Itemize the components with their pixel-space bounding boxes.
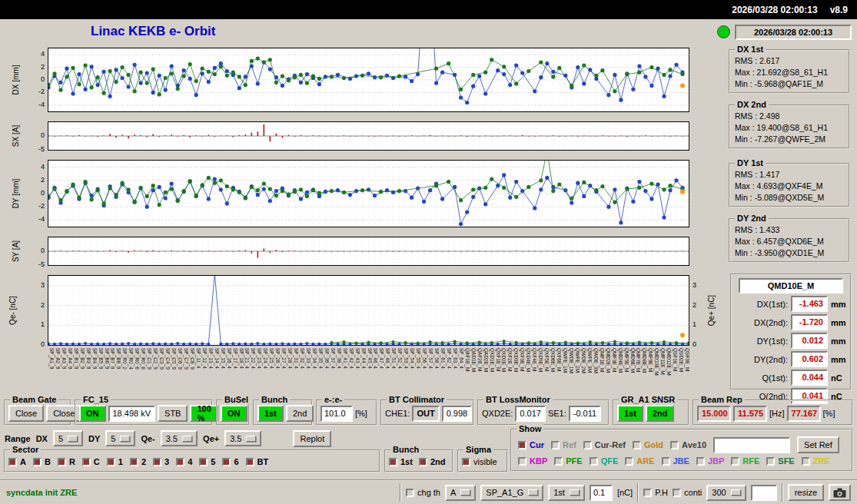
checkbox-indicator [389,458,397,466]
show-kbp-checkbox[interactable]: KBP [518,456,547,466]
x-axis-label: QMD6E_M [629,348,635,393]
show-qfe-checkbox[interactable]: QFE [590,456,619,466]
y-tick-label: -2 [28,202,45,211]
sector-2-checkbox[interactable]: 2 [130,457,146,466]
count-input[interactable] [751,485,777,501]
show-cur-ref-checkbox[interactable]: Cur-Ref [583,440,626,449]
x-axis-label: QXD5E_M [536,348,543,393]
x-axis-label: SP_C1_9 [145,348,151,393]
sector-5-checkbox[interactable]: 5 [199,457,215,466]
snapshot-camera-button[interactable] [829,484,851,501]
ref-name-input[interactable] [713,437,790,453]
status-led-icon [717,25,730,38]
show-jbp-checkbox[interactable]: JBP [696,456,724,466]
monitor-row-unit: mm [831,355,846,364]
show-rfe-checkbox[interactable]: RFE [731,456,759,466]
checkbox-indicator [419,458,427,466]
checkbox-indicator [802,457,810,466]
x-axis-label: QWDE_3M [592,348,598,393]
x-axis-label: SP_B2_9 [78,348,85,393]
range-qem-select[interactable]: 3.5 [161,430,198,446]
threshold-input[interactable] [590,485,613,501]
sector-6-checkbox[interactable]: 6 [222,457,238,466]
sector-a-checkbox[interactable]: A [8,457,26,466]
replot-button[interactable]: Replot [293,430,331,447]
set-ref-button[interactable]: Set Ref [797,436,839,453]
show-zre-checkbox[interactable]: ZRE [802,456,830,466]
x-axis-label: QSD2E_M [677,348,683,393]
dy-orbit-plot: 420-2-4 [48,160,689,227]
chg-th-checkbox[interactable]: chg th [406,488,440,497]
checkbox-indicator [199,458,208,466]
resize-button[interactable]: resize [788,484,824,501]
beam-gate-group: Beam Gate Close Close [4,400,71,426]
x-axis-label: SP_B3_9 [85,348,91,393]
x-axis-label: QXD4E_M [524,348,530,393]
sector-bt-checkbox[interactable]: BT [246,457,269,466]
sector-b-checkbox[interactable]: B [33,457,51,466]
checkbox-label: JBE [673,456,689,466]
show-ave10-checkbox[interactable]: Ave10 [670,440,706,449]
bpm-monitor-panel: QMD10E_M DX(1st): -1.463 mm DX(2nd): -1.… [730,274,852,390]
ee-ratio-input[interactable] [321,406,353,422]
x-axis-label: SP_36_4 [323,348,329,393]
conti-checkbox[interactable]: conti [673,488,702,497]
bunch-1st-checkbox[interactable]: 1st [389,457,413,466]
bunch-1st-button[interactable]: 1st [257,405,284,422]
beam-gate-close-button-1[interactable]: Close [8,405,44,422]
x-axis-label: SP_45_4 [366,348,372,393]
x-axis-label: SP_44_4 [360,348,366,393]
che1-status: OUT [412,406,439,422]
fc15-on-button[interactable]: ON [79,405,106,422]
sector-select-value: A [450,488,456,497]
x-axis-label: SP_62_4 [445,348,451,393]
range-dx-select[interactable]: 5 [53,430,83,446]
sigma-visible-checkbox[interactable]: visible [462,457,497,466]
range-qep-select[interactable]: 3.5 [224,430,261,446]
sigma-label: Sigma [463,445,493,454]
bpm-select[interactable]: SP_A1_G [480,485,543,501]
y-tick-label: -2 [28,88,45,96]
show-sfe-checkbox[interactable]: SFE [766,456,794,466]
x-axis-label: SP_56_4 [420,348,427,393]
show-ref-checkbox[interactable]: Ref [551,440,576,449]
bunch-2nd-button[interactable]: 2nd [286,405,314,422]
stat-min: Min : -5.089@QXD5E_M [735,192,845,204]
show-are-checkbox[interactable]: ARE [625,456,654,466]
checkbox-indicator [8,458,17,466]
count-select[interactable]: 300 [706,485,746,501]
x-axis-label: SP_53_4 [402,348,408,393]
q-plot-canvas [48,275,689,346]
bunch-2nd-checkbox[interactable]: 2nd [419,457,446,466]
gr-snsr-2nd-button[interactable]: 2nd [646,405,675,422]
sector-r-checkbox[interactable]: R [58,457,75,466]
sector-select[interactable]: A [445,485,476,501]
checkbox-indicator [246,458,254,466]
fc15-stb-button[interactable]: STB [158,405,188,422]
x-axis-label: SP_43_4 [354,348,360,393]
sector-c-checkbox[interactable]: C [82,457,100,466]
separator [782,483,783,502]
range-qep-value: 3.5 [230,434,241,443]
show-pfe-checkbox[interactable]: PFE [554,456,582,466]
busel-on-button[interactable]: ON [221,405,247,422]
range-qep-label: Qe+ [203,434,219,443]
window-titlebar: 2026/03/28 02:00:13 v8.9 [0,0,857,19]
checkbox-indicator [696,457,705,466]
show-jbe-checkbox[interactable]: JBE [662,456,689,466]
monitor-row-unit: nC [831,373,846,383]
ph-checkbox[interactable]: P.H [643,488,668,497]
x-axis-label: QMD4E_M [616,348,623,393]
sector-4-checkbox[interactable]: 4 [176,457,192,466]
bunch-select-label: Bunch [259,395,290,404]
show-cur-checkbox[interactable]: Cur [518,440,544,449]
show-gold-checkbox[interactable]: Gold [633,440,663,449]
x-axis-label: QWFE_2M [573,348,580,393]
range-row: Range DX 5 DY 5 Qe- 3.5 Qe+ 3.5 Replot [5,429,331,447]
range-dy-select[interactable]: 5 [105,430,135,446]
bunch-select[interactable]: 1st [548,485,585,501]
gr-snsr-1st-button[interactable]: 1st [617,405,643,422]
sector-1-checkbox[interactable]: 1 [107,457,123,466]
dropdown-indicator-icon [68,436,78,442]
sector-3-checkbox[interactable]: 3 [153,457,169,466]
